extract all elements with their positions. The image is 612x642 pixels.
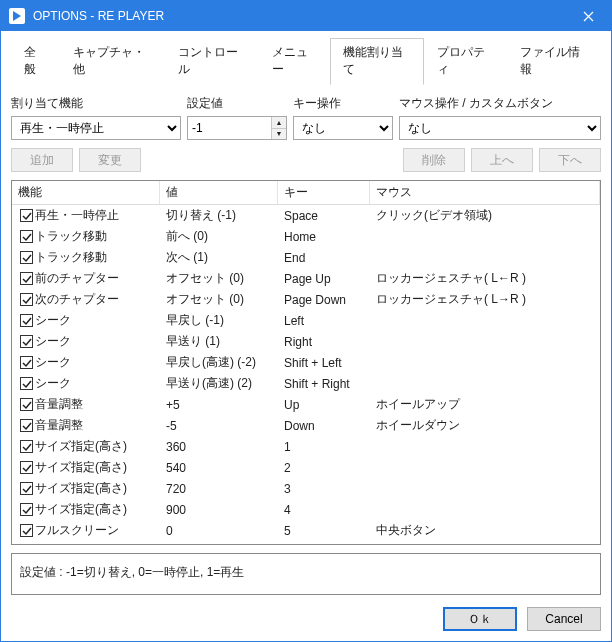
cell-function: 音量調整 — [35, 396, 83, 413]
cell-value: -5 — [160, 416, 278, 436]
table-row[interactable]: 音量調整-5Downホイールダウン — [12, 415, 600, 436]
checkbox-icon[interactable] — [20, 461, 33, 474]
table-row[interactable]: 前のチャプターオフセット (0)Page Upロッカージェスチャ( L←R ) — [12, 268, 600, 289]
table-row[interactable]: サイズ指定(高さ)3601 — [12, 436, 600, 457]
checkbox-icon[interactable] — [20, 251, 33, 264]
col-function[interactable]: 機能 — [12, 181, 160, 204]
cell-mouse: クリック(ビデオ領域) — [370, 205, 600, 227]
table-row[interactable]: トラック移動次へ (1)End — [12, 247, 600, 268]
cell-function: 音量調整 — [35, 417, 83, 434]
table-row[interactable]: シーク早戻し(高速) (-2)Shift + Left — [12, 352, 600, 373]
move-up-button[interactable]: 上へ — [471, 148, 533, 172]
cell-key: Right — [278, 332, 370, 352]
col-value[interactable]: 値 — [160, 181, 278, 204]
cell-mouse: ロッカージェスチャ( L→R ) — [370, 288, 600, 311]
table-row[interactable]: 音量調整+5Upホイールアップ — [12, 394, 600, 415]
list-header[interactable]: 機能 値 キー マウス — [12, 181, 600, 205]
cell-key: 4 — [278, 500, 370, 520]
cell-mouse: ロッカージェスチャ( L←R ) — [370, 267, 600, 290]
checkbox-icon[interactable] — [20, 524, 33, 537]
checkbox-icon[interactable] — [20, 440, 33, 453]
mouse-select[interactable]: なし — [399, 116, 601, 140]
table-row[interactable]: フルスクリーン05中央ボタン — [12, 520, 600, 541]
options-window: OPTIONS - RE PLAYER 全般キャプチャ・他コントロールメニュー機… — [0, 0, 612, 642]
cell-function: 前のチャプター — [35, 270, 119, 287]
checkbox-icon[interactable] — [20, 419, 33, 432]
table-row[interactable]: サイズ指定(高さ)5402 — [12, 457, 600, 478]
checkbox-icon[interactable] — [20, 377, 33, 390]
cell-key: Shift + Left — [278, 353, 370, 373]
cell-mouse: 中央ボタン — [370, 519, 600, 542]
cell-mouse — [370, 339, 600, 345]
cell-value: 0 — [160, 521, 278, 541]
checkbox-icon[interactable] — [20, 293, 33, 306]
cell-function: サイズ指定(高さ) — [35, 459, 127, 476]
checkbox-icon[interactable] — [20, 272, 33, 285]
list-body[interactable]: 再生・一時停止切り替え (-1)Spaceクリック(ビデオ領域)トラック移動前へ… — [12, 205, 600, 544]
cell-function: サイズ指定(高さ) — [35, 501, 127, 518]
spin-down-icon[interactable]: ▼ — [272, 129, 286, 140]
checkbox-icon[interactable] — [20, 335, 33, 348]
table-row[interactable]: シーク早送り(高速) (2)Shift + Right — [12, 373, 600, 394]
col-mouse[interactable]: マウス — [370, 181, 600, 204]
table-row[interactable]: シーク早送り (1)Right — [12, 331, 600, 352]
label-function: 割り当て機能 — [11, 95, 181, 112]
close-button[interactable] — [565, 1, 611, 31]
cell-key: Page Up — [278, 269, 370, 289]
tab-3[interactable]: メニュー — [259, 38, 330, 85]
titlebar[interactable]: OPTIONS - RE PLAYER — [1, 1, 611, 31]
value-spinner[interactable]: ▲ ▼ — [187, 116, 287, 140]
cell-value: オフセット (0) — [160, 267, 278, 290]
table-row[interactable]: シーク早戻し (-1)Left — [12, 310, 600, 331]
tab-4[interactable]: 機能割り当て — [330, 38, 424, 85]
tab-1[interactable]: キャプチャ・他 — [60, 38, 165, 85]
cell-key: Home — [278, 227, 370, 247]
checkbox-icon[interactable] — [20, 503, 33, 516]
checkbox-icon[interactable] — [20, 356, 33, 369]
move-down-button[interactable]: 下へ — [539, 148, 601, 172]
checkbox-icon[interactable] — [20, 482, 33, 495]
cell-key: 3 — [278, 479, 370, 499]
cell-key: 2 — [278, 458, 370, 478]
change-button[interactable]: 変更 — [79, 148, 141, 172]
tab-5[interactable]: プロパティ — [424, 38, 507, 85]
cell-value: 900 — [160, 500, 278, 520]
cell-function: トラック移動 — [35, 249, 107, 266]
app-icon — [9, 8, 25, 24]
cell-mouse — [370, 507, 600, 513]
cell-mouse — [370, 318, 600, 324]
cell-key: Shift + Right — [278, 374, 370, 394]
cell-value: 切り替え (-1) — [160, 205, 278, 227]
tab-2[interactable]: コントロール — [165, 38, 259, 85]
checkbox-icon[interactable] — [20, 230, 33, 243]
ok-button[interactable]: Ｏｋ — [443, 607, 517, 631]
col-key[interactable]: キー — [278, 181, 370, 204]
cell-function: シーク — [35, 333, 71, 350]
add-button[interactable]: 追加 — [11, 148, 73, 172]
cell-value: 早戻し (-1) — [160, 309, 278, 332]
spin-up-icon[interactable]: ▲ — [272, 117, 286, 129]
label-mouse: マウス操作 / カスタムボタン — [399, 95, 601, 112]
cell-value: 540 — [160, 458, 278, 478]
table-row[interactable]: トラック移動前へ (0)Home — [12, 226, 600, 247]
table-row[interactable]: 次のチャプターオフセット (0)Page Downロッカージェスチャ( L→R … — [12, 289, 600, 310]
key-select[interactable]: なし — [293, 116, 393, 140]
cell-function: フルスクリーン — [35, 522, 119, 539]
table-row[interactable]: 再生・一時停止切り替え (-1)Spaceクリック(ビデオ領域) — [12, 205, 600, 226]
value-input[interactable] — [188, 117, 271, 139]
table-row[interactable]: サイズ指定(高さ)7203 — [12, 478, 600, 499]
tab-0[interactable]: 全般 — [11, 38, 60, 85]
checkbox-icon[interactable] — [20, 398, 33, 411]
checkbox-icon[interactable] — [20, 209, 33, 222]
cell-value: 早戻し(高速) (-2) — [160, 351, 278, 374]
cell-function: トラック移動 — [35, 228, 107, 245]
tab-6[interactable]: ファイル情報 — [507, 38, 601, 85]
delete-button[interactable]: 削除 — [403, 148, 465, 172]
checkbox-icon[interactable] — [20, 314, 33, 327]
cancel-button[interactable]: Cancel — [527, 607, 601, 631]
cell-mouse: ホイールダウン — [370, 414, 600, 437]
function-select[interactable]: 再生・一時停止 — [11, 116, 181, 140]
cell-key: Down — [278, 416, 370, 436]
tab-strip: 全般キャプチャ・他コントロールメニュー機能割り当てプロパティファイル情報 — [11, 37, 601, 85]
table-row[interactable]: サイズ指定(高さ)9004 — [12, 499, 600, 520]
